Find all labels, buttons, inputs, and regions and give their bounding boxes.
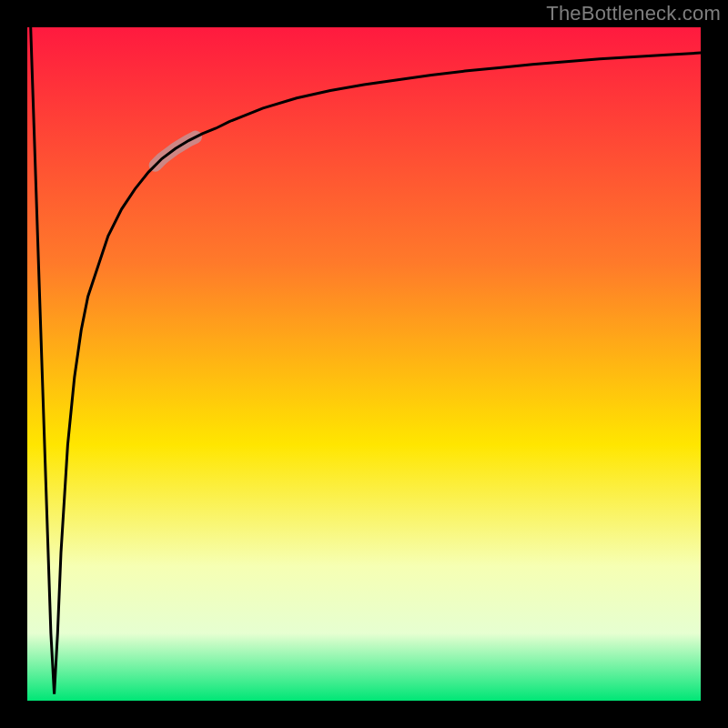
plot-area	[27, 27, 701, 701]
chart-svg	[0, 0, 728, 728]
chart-stage: TheBottleneck.com	[0, 0, 728, 728]
watermark-label: TheBottleneck.com	[546, 2, 721, 25]
